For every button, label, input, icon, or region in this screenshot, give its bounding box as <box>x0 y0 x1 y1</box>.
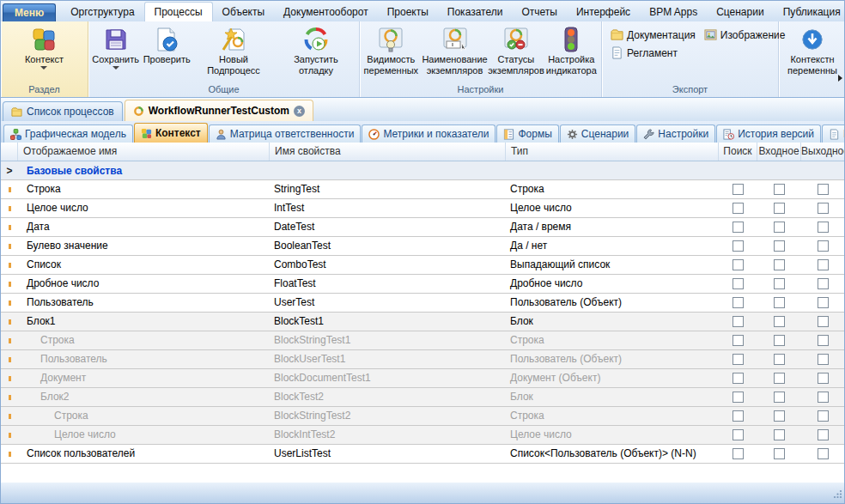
table-row[interactable]: Дробное числоFloatTestДробное число <box>1 275 844 294</box>
expander-icon[interactable]: > <box>1 165 18 177</box>
search-checkbox[interactable] <box>733 240 744 252</box>
search-checkbox[interactable] <box>733 184 744 195</box>
output-checkbox[interactable] <box>818 222 829 233</box>
document-tab[interactable]: WorkflowRunnerTestCustomx <box>125 100 313 121</box>
menubar-tab[interactable]: Показатели <box>438 3 513 21</box>
output-checkbox[interactable] <box>818 392 829 403</box>
view-tab[interactable]: Метрики и показатели <box>362 124 495 143</box>
table-row[interactable]: Блок2BlockTest2Блок <box>1 388 844 407</box>
output-checkbox[interactable] <box>818 429 829 440</box>
table-row[interactable]: Целое числоBlockIntTest2Целое число <box>1 426 844 445</box>
menubar-tab[interactable]: Документооборот <box>274 3 378 21</box>
menubar-tab[interactable]: Оргструктура <box>61 3 143 21</box>
output-checkbox[interactable] <box>818 184 829 195</box>
menubar-tab[interactable]: BPM Apps <box>640 3 707 21</box>
ribbon-button[interactable]: Настройка индикатора <box>543 24 599 78</box>
search-checkbox[interactable] <box>733 448 744 459</box>
menubar-tab[interactable]: Публикация <box>774 3 845 21</box>
search-checkbox[interactable] <box>733 203 744 214</box>
resize-grip-icon[interactable] <box>833 489 842 501</box>
search-checkbox[interactable] <box>733 392 744 403</box>
search-checkbox[interactable] <box>733 297 744 308</box>
table-row[interactable]: Целое числоIntTestЦелое число <box>1 199 844 218</box>
search-checkbox[interactable] <box>733 354 744 365</box>
input-checkbox[interactable] <box>774 297 785 308</box>
input-checkbox[interactable] <box>774 259 785 270</box>
ribbon-scroll-right-icon[interactable] <box>838 75 842 82</box>
search-checkbox[interactable] <box>733 410 744 422</box>
column-header[interactable]: Поиск <box>719 143 757 161</box>
table-row[interactable]: Булево значениеBooleanTestДа / нет <box>1 237 844 256</box>
search-checkbox[interactable] <box>733 373 744 384</box>
view-tab[interactable]: Контекст <box>134 123 208 143</box>
search-checkbox[interactable] <box>733 222 744 233</box>
menubar-tab[interactable]: Процессы <box>144 2 213 21</box>
search-checkbox[interactable] <box>733 278 744 289</box>
output-checkbox[interactable] <box>818 259 829 270</box>
ribbon-button[interactable]: Документация <box>611 28 696 41</box>
input-checkbox[interactable] <box>774 354 785 365</box>
group-row[interactable]: > Базовые свойства <box>1 161 844 180</box>
view-tab[interactable]: Сценарии <box>560 124 635 143</box>
input-checkbox[interactable] <box>774 222 785 233</box>
input-checkbox[interactable] <box>774 448 785 459</box>
close-icon[interactable]: x <box>294 106 305 117</box>
column-header[interactable]: Отображаемое имя <box>18 143 270 161</box>
output-checkbox[interactable] <box>818 354 829 365</box>
search-checkbox[interactable] <box>733 335 744 346</box>
table-row[interactable]: ПользовательUserTestПользователь (Объект… <box>1 294 844 313</box>
output-checkbox[interactable] <box>818 203 829 214</box>
ribbon-button[interactable]: Наименование экземпляров <box>421 24 489 78</box>
menubar-tab[interactable]: Отчеты <box>512 3 566 21</box>
ribbon-button[interactable]: Сохранить <box>90 24 141 71</box>
table-row[interactable]: ДатаDateTestДата / время <box>1 218 844 237</box>
input-checkbox[interactable] <box>774 373 785 384</box>
output-checkbox[interactable] <box>818 373 829 384</box>
input-checkbox[interactable] <box>774 316 785 327</box>
input-checkbox[interactable] <box>774 240 785 252</box>
menubar-tab[interactable]: Объекты <box>213 3 275 21</box>
ribbon-button[interactable]: Новый Подпроцесс <box>192 24 275 78</box>
view-tab[interactable]: Матрица ответственности <box>209 124 362 143</box>
ribbon-button[interactable]: Контекст <box>21 24 67 71</box>
input-checkbox[interactable] <box>774 429 785 440</box>
ribbon-button[interactable]: Статусы экземпляров <box>489 24 543 78</box>
input-checkbox[interactable] <box>774 335 785 346</box>
search-checkbox[interactable] <box>733 429 744 440</box>
column-header[interactable]: Выходное <box>801 143 844 161</box>
column-header[interactable]: Входное <box>757 143 801 161</box>
output-checkbox[interactable] <box>818 297 829 308</box>
menubar-tab[interactable]: Проекты <box>378 3 438 21</box>
input-checkbox[interactable] <box>774 410 785 422</box>
view-tab[interactable]: Регламент <box>822 124 845 143</box>
table-row[interactable]: Список пользователейUserListTestСписок<П… <box>1 445 844 464</box>
table-row[interactable]: Блок1BlockTest1Блок <box>1 313 844 331</box>
search-checkbox[interactable] <box>733 259 744 270</box>
menubar-tab[interactable]: Сценарии <box>707 3 773 21</box>
menubar-tab[interactable]: Интерфейс <box>567 3 640 21</box>
ribbon-button[interactable]: Видимость переменных <box>362 24 421 78</box>
view-tab[interactable]: История версий <box>716 124 821 143</box>
column-header[interactable]: Тип <box>506 143 719 161</box>
output-checkbox[interactable] <box>818 278 829 289</box>
input-checkbox[interactable] <box>774 392 785 403</box>
ribbon-button[interactable]: Проверить <box>141 24 192 67</box>
ribbon-button[interactable]: Регламент <box>611 46 696 59</box>
output-checkbox[interactable] <box>818 240 829 252</box>
ribbon-button[interactable]: Контекстн переменны <box>781 24 844 78</box>
table-row[interactable]: ДокументBlockDocumentTest1Документ (Объе… <box>1 369 844 388</box>
table-row[interactable]: ПользовательBlockUserTest1Пользователь (… <box>1 350 844 369</box>
ribbon-button[interactable]: Изображение <box>704 28 786 41</box>
input-checkbox[interactable] <box>774 278 785 289</box>
output-checkbox[interactable] <box>818 448 829 459</box>
table-row[interactable]: СтрокаStringTestСтрока <box>1 180 844 199</box>
view-tab[interactable]: Формы <box>496 124 558 143</box>
input-checkbox[interactable] <box>774 203 785 214</box>
output-checkbox[interactable] <box>818 335 829 346</box>
output-checkbox[interactable] <box>818 316 829 327</box>
menu-button[interactable]: Меню <box>3 3 56 21</box>
output-checkbox[interactable] <box>818 410 829 422</box>
table-row[interactable]: СписокComboTestВыпадающий список <box>1 256 844 275</box>
input-checkbox[interactable] <box>774 184 785 195</box>
ribbon-button[interactable]: Запустить отладку <box>275 24 357 78</box>
